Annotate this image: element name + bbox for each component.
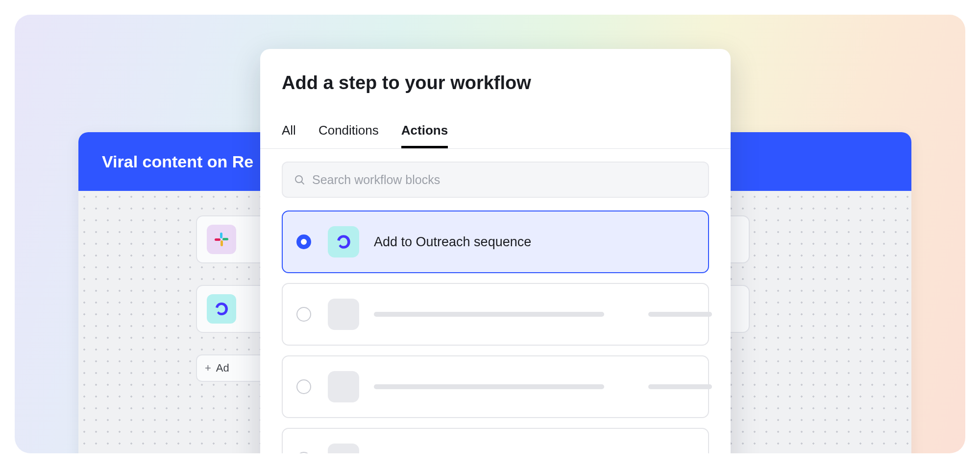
option-placeholder[interactable] <box>282 428 709 453</box>
svg-rect-0 <box>220 233 222 238</box>
radio-selected-icon <box>296 234 311 249</box>
radio-icon <box>296 307 311 322</box>
svg-rect-3 <box>215 238 220 241</box>
radio-icon <box>296 452 311 453</box>
svg-line-5 <box>302 182 304 185</box>
option-placeholder[interactable] <box>282 283 709 346</box>
placeholder-text <box>374 384 712 389</box>
option-label: Add to Outreach sequence <box>374 234 531 250</box>
svg-rect-2 <box>220 240 223 246</box>
plus-icon: + <box>205 362 211 374</box>
svg-rect-1 <box>222 238 228 240</box>
search-input-wrap[interactable] <box>282 162 709 198</box>
add-step-label: Ad <box>216 362 229 374</box>
placeholder-icon <box>328 371 359 402</box>
placeholder-icon <box>328 299 359 330</box>
workflow-title: Viral content on Re <box>102 152 253 171</box>
tab-actions[interactable]: Actions <box>401 123 448 148</box>
tab-all[interactable]: All <box>282 123 296 148</box>
placeholder-text <box>374 312 712 317</box>
radio-icon <box>296 379 311 394</box>
modal-title: Add a step to your workflow <box>260 72 731 94</box>
tab-conditions[interactable]: Conditions <box>318 123 379 148</box>
option-placeholder[interactable] <box>282 355 709 418</box>
outreach-icon <box>207 294 236 324</box>
add-step-modal: Add a step to your workflow All Conditio… <box>260 49 731 453</box>
modal-tabs: All Conditions Actions <box>260 123 731 149</box>
placeholder-icon <box>328 444 359 453</box>
outreach-icon <box>328 226 359 257</box>
slack-icon <box>207 225 236 254</box>
options-list: Add to Outreach sequence <box>260 198 731 453</box>
canvas-background: Viral content on Re <box>15 15 965 453</box>
option-outreach[interactable]: Add to Outreach sequence <box>282 211 709 273</box>
search-input[interactable] <box>312 173 697 187</box>
search-icon <box>294 174 305 186</box>
